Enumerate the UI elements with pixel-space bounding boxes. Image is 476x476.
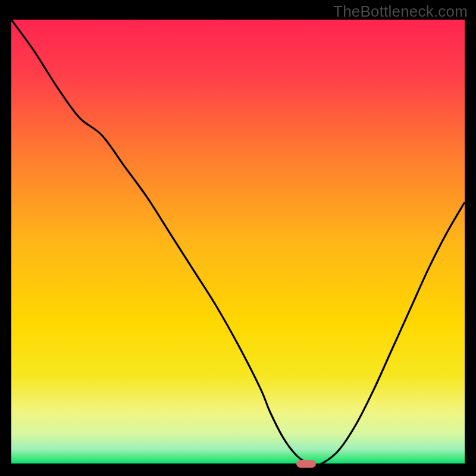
chart-container: TheBottleneck.com — [0, 0, 476, 476]
chart-svg — [11, 20, 465, 465]
gradient-background — [11, 20, 465, 465]
watermark-text: TheBottleneck.com — [333, 2, 468, 21]
optimal-marker — [296, 460, 316, 468]
plot-area — [11, 20, 465, 465]
